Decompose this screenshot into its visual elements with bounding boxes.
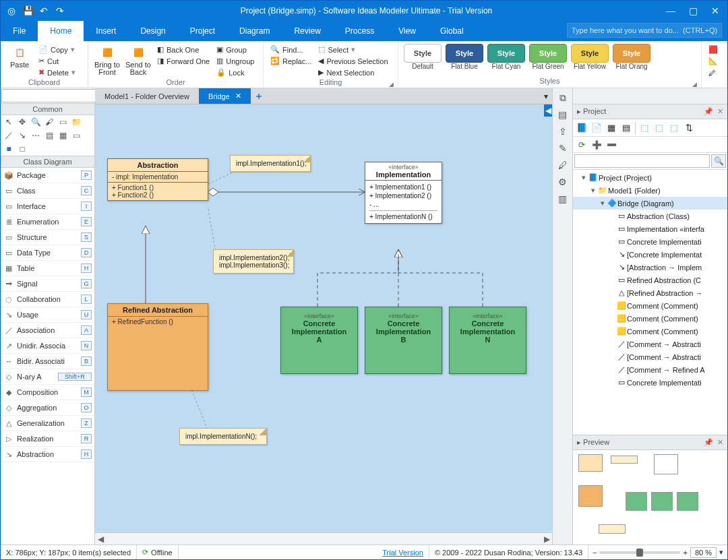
menu-process[interactable]: Process xyxy=(333,21,386,41)
tool-bidir-associati[interactable]: ↔Bidir. AssociatiB xyxy=(1,354,94,369)
close-icon[interactable]: ✕ xyxy=(711,5,719,16)
proj-add-icon[interactable]: ➕ xyxy=(590,139,603,151)
zoom-out-icon[interactable]: − xyxy=(593,549,597,557)
tree-node[interactable]: ▭Abstraction (Class) xyxy=(573,210,727,222)
proj-tool-1[interactable]: 📘 xyxy=(576,122,588,134)
window-icon[interactable]: ▭ xyxy=(71,130,82,141)
tool-interface[interactable]: ▭InterfaceI xyxy=(1,199,94,214)
paste-button[interactable]: 📋Paste xyxy=(5,42,34,78)
preview-pin-icon[interactable]: 📌 xyxy=(704,438,713,447)
tool-usage[interactable]: ↘UsageU xyxy=(1,307,94,323)
style-chip-default[interactable]: Style xyxy=(404,44,442,63)
select-button[interactable]: ⬚Select ▾ xyxy=(315,44,390,55)
tab-model-overview[interactable]: Model1 - Folder Overview xyxy=(95,88,199,104)
toolbox-search-input[interactable] xyxy=(1,89,100,102)
tool-class[interactable]: ▭ClassC xyxy=(1,183,94,199)
ribbon-tool-3[interactable]: 🖉 xyxy=(706,67,721,78)
ungroup-button[interactable]: ▥Ungroup xyxy=(214,55,257,67)
zoom-value[interactable]: 80 % xyxy=(690,547,717,558)
tool-package[interactable]: 📦PackageP xyxy=(1,168,94,183)
line-icon[interactable]: ／ xyxy=(3,130,14,141)
zoom-dropdown-icon[interactable]: ▾ xyxy=(719,548,723,557)
zoom-icon[interactable]: 🔍 xyxy=(30,117,41,127)
menu-home[interactable]: Home xyxy=(38,21,84,41)
tab-close-icon[interactable]: ✕ xyxy=(235,92,241,100)
tree-node[interactable]: ／[Comment → Abstracti xyxy=(573,338,727,350)
command-search-input[interactable] xyxy=(567,23,722,38)
menu-file[interactable]: File xyxy=(1,21,38,41)
tool-signal[interactable]: ⮕SignalG xyxy=(1,276,94,292)
toolbox-header-common[interactable]: Common xyxy=(1,104,94,115)
format-icon[interactable]: 🖌 xyxy=(44,117,55,127)
ribbon-tool-2[interactable]: 📐 xyxy=(706,55,721,67)
hand-icon[interactable]: ✥ xyxy=(17,117,28,127)
rail-layers-icon[interactable]: ▤ xyxy=(555,106,571,123)
rail-export-icon[interactable]: ⇪ xyxy=(555,123,571,139)
rect-icon[interactable]: ▭ xyxy=(57,117,68,127)
arrow-icon[interactable]: ↘ xyxy=(17,130,28,141)
concrete-a[interactable]: «interface»ConcreteImplementationA xyxy=(280,307,358,374)
proj-tool-2[interactable]: 📄 xyxy=(590,122,603,134)
status-offline[interactable]: ⟳Offline xyxy=(137,545,179,559)
editing-launcher-icon[interactable]: ◢ xyxy=(389,81,394,88)
tool-structure[interactable]: ▭StructureS xyxy=(1,230,94,245)
tool-collaboration[interactable]: ◌CollaborationL xyxy=(1,292,94,307)
interface-implementation[interactable]: «interface»Implementation + Implementati… xyxy=(365,162,442,224)
proj-tool-4[interactable]: ▤ xyxy=(620,122,632,134)
preview-close-icon[interactable]: ✕ xyxy=(717,438,723,447)
tool-abstraction[interactable]: ↘AbstractionH xyxy=(1,447,94,462)
tree-node[interactable]: ／[Comment → Abstracti xyxy=(573,350,727,363)
rail-settings-icon[interactable]: ⚙ xyxy=(555,174,571,190)
tool-realization[interactable]: ▷RealizationR xyxy=(1,431,94,447)
concrete-b[interactable]: «interface»ConcreteImplementationB xyxy=(365,307,442,374)
proj-refresh-icon[interactable]: ⟳ xyxy=(576,139,588,151)
menu-project[interactable]: Project xyxy=(178,21,227,41)
pointer-icon[interactable]: ↖ xyxy=(3,117,14,127)
style-chip-flat-orang[interactable]: Style xyxy=(613,44,650,63)
tool-aggregation[interactable]: ◇AggregationO xyxy=(1,400,94,416)
status-trial-link[interactable]: Trial Version xyxy=(382,549,423,557)
preview-canvas[interactable] xyxy=(573,450,727,545)
comment-1[interactable]: impl.Implementation1(); xyxy=(230,155,311,172)
tree-node[interactable]: ▭Concrete Implementati xyxy=(573,235,727,248)
menu-insert[interactable]: Insert xyxy=(84,21,128,41)
project-panel-header[interactable]: ▸ Project 📌✕ xyxy=(573,104,727,119)
concrete-n[interactable]: «interface»ConcreteImplementationN xyxy=(449,307,526,374)
tree-node[interactable]: ▾🔷Bridge (Diagram) xyxy=(573,197,727,210)
class-abstraction[interactable]: Abstraction - impl: Implementation + Fun… xyxy=(107,158,208,201)
tree-node[interactable]: ▭Concrete Implementati xyxy=(573,376,727,389)
maximize-icon[interactable]: ▢ xyxy=(689,5,698,16)
undo-icon[interactable]: ↶ xyxy=(37,4,51,18)
rail-more-icon[interactable]: ▥ xyxy=(555,191,571,207)
style-chip-flat-cyan[interactable]: Style xyxy=(487,44,525,63)
rail-align-icon[interactable]: ⧉ xyxy=(555,90,571,106)
folder-icon[interactable]: 📁 xyxy=(71,117,82,127)
proj-tool-8[interactable]: ⇅ xyxy=(683,122,695,134)
tool-data-type[interactable]: ▭Data TypeD xyxy=(1,245,94,261)
proj-tool-3[interactable]: ▦ xyxy=(605,122,617,134)
zoom-control[interactable]: − + 80 % ▾ xyxy=(588,547,727,558)
tree-node[interactable]: ↘[Concrete Implementat xyxy=(573,248,727,261)
proj-tool-6[interactable]: ⬚ xyxy=(653,122,665,134)
redo-icon[interactable]: ↷ xyxy=(53,4,67,18)
grid-icon[interactable]: ▦ xyxy=(57,130,68,141)
tool-table[interactable]: ▦TableH xyxy=(1,261,94,276)
lock-button[interactable]: 🔒Lock xyxy=(214,67,257,78)
menu-view[interactable]: View xyxy=(386,21,428,41)
project-search-input[interactable] xyxy=(574,154,710,168)
delete-button[interactable]: ✖Delete ▾ xyxy=(36,67,78,78)
bring-to-front-button[interactable]: 🟧Bring to Front xyxy=(92,42,122,78)
next-selection-button[interactable]: ▶Next Selection xyxy=(315,67,390,78)
copy-button[interactable]: 📄Copy ▾ xyxy=(36,44,78,55)
tool-generalization[interactable]: △GeneralizationZ xyxy=(1,416,94,431)
menu-design[interactable]: Design xyxy=(128,21,177,41)
tool-n-ary-a[interactable]: ◇N-ary AShift+R xyxy=(1,369,94,385)
forward-one-button[interactable]: ◨Forward One xyxy=(154,55,212,67)
tree-node[interactable]: ▾📘Project (Project) xyxy=(573,171,727,184)
tabs-menu-icon[interactable]: ▾ xyxy=(540,88,552,104)
replace-button[interactable]: 🔁Replac... xyxy=(268,55,314,67)
rail-palette-icon[interactable]: 🖊 xyxy=(555,157,571,173)
tool-enumeration[interactable]: ≣EnumerationE xyxy=(1,214,94,230)
project-search-button[interactable]: 🔍 xyxy=(711,154,726,168)
tree-node[interactable]: △[Refined Abstraction → xyxy=(573,286,727,299)
